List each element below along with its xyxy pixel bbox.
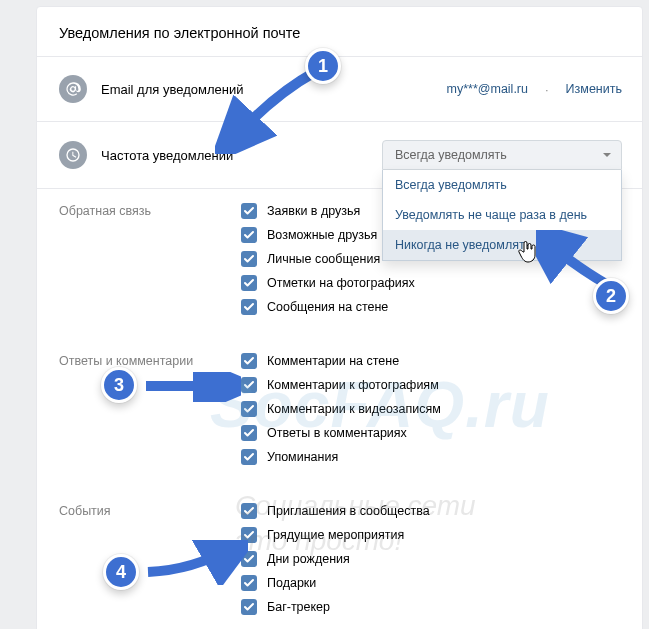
- checkbox-label: Приглашения в сообщества: [267, 504, 430, 518]
- checkbox-label: Отметки на фотографиях: [267, 276, 415, 290]
- change-email-link[interactable]: Изменить: [566, 82, 622, 96]
- checkbox-checked-icon: [241, 275, 257, 291]
- checkbox-option[interactable]: Дни рождения: [241, 547, 622, 571]
- page-title: Уведомления по электронной почте: [37, 7, 642, 57]
- checkbox-checked-icon: [241, 551, 257, 567]
- checkbox-checked-icon: [241, 527, 257, 543]
- checkbox-checked-icon: [241, 203, 257, 219]
- checkbox-checked-icon: [241, 599, 257, 615]
- email-label: Email для уведомлений: [101, 82, 433, 97]
- checkbox-label: Комментарии к фотографиям: [267, 378, 439, 392]
- checkbox-checked-icon: [241, 425, 257, 441]
- checkbox-checked-icon: [241, 377, 257, 393]
- checkbox-option[interactable]: Приглашения в сообщества: [241, 499, 622, 523]
- frequency-row: Частота уведомлений Всегда уведомлять Вс…: [37, 122, 642, 189]
- at-icon: [59, 75, 87, 103]
- checkbox-option[interactable]: Комментарии к видеозаписям: [241, 397, 622, 421]
- dropdown-menu: Всегда уведомлять Уведомлять не чаще раз…: [382, 170, 622, 261]
- checkbox-option[interactable]: Ответы в комментариях: [241, 421, 622, 445]
- annotation-badge-2: 2: [593, 278, 629, 314]
- dropdown-toggle[interactable]: Всегда уведомлять: [382, 140, 622, 170]
- checkbox-checked-icon: [241, 575, 257, 591]
- checkbox-checked-icon: [241, 401, 257, 417]
- clock-icon: [59, 141, 87, 169]
- checkbox-option[interactable]: Отметки на фотографиях: [241, 271, 622, 295]
- checkbox-option[interactable]: Комментарии на стене: [241, 349, 622, 373]
- dropdown-option-always[interactable]: Всегда уведомлять: [383, 170, 621, 200]
- checkbox-checked-icon: [241, 227, 257, 243]
- section-title: Обратная связь: [59, 199, 241, 339]
- checkbox-option[interactable]: Упоминания: [241, 445, 622, 469]
- checkbox-checked-icon: [241, 503, 257, 519]
- checkbox-label: Баг-трекер: [267, 600, 330, 614]
- annotation-badge-1: 1: [305, 48, 341, 84]
- checkbox-label: Подарки: [267, 576, 316, 590]
- checkbox-label: Комментарии к видеозаписям: [267, 402, 441, 416]
- email-value: my***@mail.ru: [447, 82, 528, 96]
- options-list: Приглашения в сообществаГрядущие меропри…: [241, 499, 622, 629]
- checkbox-checked-icon: [241, 353, 257, 369]
- separator: ·: [542, 82, 552, 97]
- checkbox-label: Заявки в друзья: [267, 204, 360, 218]
- checkbox-label: Грядущие мероприятия: [267, 528, 404, 542]
- annotation-badge-3: 3: [101, 367, 137, 403]
- checkbox-option[interactable]: Подарки: [241, 571, 622, 595]
- cursor-hand-icon: [518, 240, 538, 264]
- settings-card: Уведомления по электронной почте Email д…: [36, 6, 643, 629]
- frequency-dropdown[interactable]: Всегда уведомлять Всегда уведомлять Увед…: [382, 140, 622, 170]
- frequency-label: Частота уведомлений: [101, 148, 368, 163]
- checkbox-label: Ответы в комментариях: [267, 426, 407, 440]
- section-title: События: [59, 499, 241, 629]
- checkbox-label: Сообщения на стене: [267, 300, 388, 314]
- checkbox-label: Комментарии на стене: [267, 354, 399, 368]
- section-title: Ответы и комментарии: [59, 349, 241, 489]
- checkbox-label: Дни рождения: [267, 552, 350, 566]
- checkbox-label: Возможные друзья: [267, 228, 377, 242]
- dropdown-option-never[interactable]: Никогда не уведомлять: [383, 230, 621, 260]
- checkbox-option[interactable]: Сообщения на стене: [241, 295, 622, 319]
- checkbox-option[interactable]: Комментарии к фотографиям: [241, 373, 622, 397]
- checkbox-option[interactable]: Баг-трекер: [241, 595, 622, 619]
- checkbox-checked-icon: [241, 299, 257, 315]
- checkbox-label: Упоминания: [267, 450, 338, 464]
- checkbox-checked-icon: [241, 449, 257, 465]
- dropdown-option-daily[interactable]: Уведомлять не чаще раза в день: [383, 200, 621, 230]
- annotation-badge-4: 4: [103, 554, 139, 590]
- checkbox-label: Личные сообщения: [267, 252, 380, 266]
- options-list: Комментарии на стенеКомментарии к фотогр…: [241, 349, 622, 489]
- checkbox-checked-icon: [241, 251, 257, 267]
- checkbox-option[interactable]: Грядущие мероприятия: [241, 523, 622, 547]
- settings-section: Ответы и комментарииКомментарии на стене…: [37, 339, 642, 489]
